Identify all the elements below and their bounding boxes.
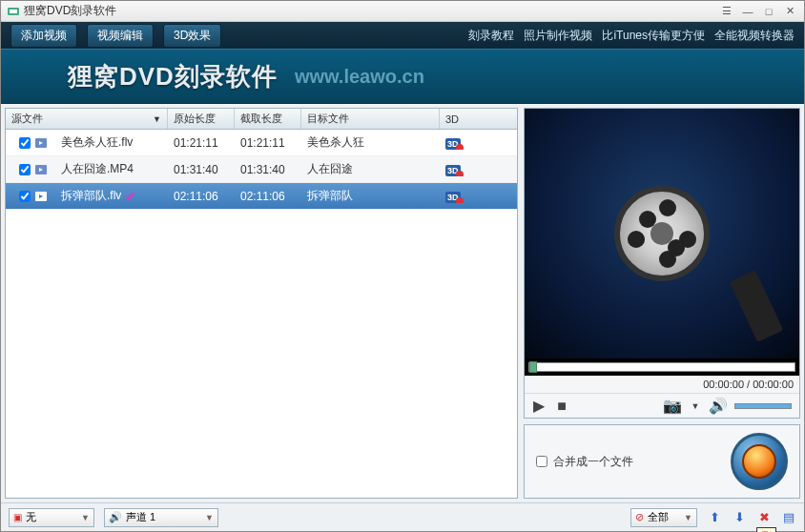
- camera-icon[interactable]: 📷: [666, 399, 679, 413]
- subtitle-icon: ▣: [13, 512, 22, 522]
- toplink-itunes[interactable]: 比iTunes传输更方便: [602, 28, 705, 44]
- audio-icon: 🔊: [109, 511, 122, 523]
- subtitle-combo[interactable]: ▣ 无▼: [9, 508, 94, 527]
- cell-3d[interactable]: 3D: [440, 163, 478, 176]
- apply-combo[interactable]: ⊘ 全部▼: [630, 508, 697, 527]
- progress-bar[interactable]: [528, 362, 795, 372]
- col-3d[interactable]: 3D: [440, 109, 478, 129]
- checkmark-icon: ✔: [125, 189, 136, 204]
- cell-target: 美色杀人狂: [301, 134, 440, 151]
- table-row[interactable]: 拆弹部队.flv✔02:11:0602:11:06拆弹部队3D: [6, 183, 517, 210]
- move-down-icon[interactable]: ⬇: [732, 510, 747, 525]
- cell-filename: 美色杀人狂.flv: [55, 134, 168, 151]
- play-icon[interactable]: ▶: [532, 399, 546, 413]
- volume-slider[interactable]: [734, 403, 792, 409]
- delete-icon[interactable]: ✖ 删除: [756, 510, 772, 525]
- col-cut-len[interactable]: 截取长度: [235, 109, 301, 129]
- cell-target: 拆弹部队: [301, 188, 440, 204]
- table-header: 源文件▼ 原始长度 截取长度 目标文件 3D: [6, 109, 517, 130]
- filmstrip-icon: [730, 270, 784, 342]
- app-logo-icon: [7, 5, 20, 18]
- bottom-bar: ▣ 无▼ 🔊 声道 1▼ ⊘ 全部▼ ⬆ ⬇ ✖ 删除 ▤: [1, 502, 804, 531]
- badge-3d-icon: 3D: [445, 138, 461, 150]
- menu-icon[interactable]: ☰: [718, 5, 735, 18]
- table-body: 美色杀人狂.flv01:21:1101:21:11美色杀人狂3D人在囧途.MP4…: [6, 130, 517, 498]
- action-panel: 合并成一个文件: [524, 424, 800, 499]
- merge-checkbox[interactable]: 合并成一个文件: [536, 454, 633, 470]
- toplink-tutorial[interactable]: 刻录教程: [468, 28, 514, 44]
- banner-url: www.leawo.cn: [295, 66, 424, 88]
- col-target[interactable]: 目标文件: [301, 109, 440, 129]
- cell-target: 人在囧途: [301, 161, 440, 177]
- cell-filename: 拆弹部队.flv✔: [55, 188, 168, 204]
- video-file-icon: [34, 190, 48, 203]
- cell-orig-len: 01:21:11: [168, 136, 235, 150]
- row-checkbox[interactable]: [19, 191, 31, 202]
- add-video-button[interactable]: 添加视频: [10, 24, 77, 48]
- volume-icon[interactable]: 🔊: [712, 399, 725, 413]
- video-file-icon: [34, 163, 48, 176]
- toolbar: 添加视频 视频编辑 3D效果 刻录教程 照片制作视频 比iTunes传输更方便 …: [1, 22, 804, 49]
- preview-panel: 00:00:00 / 00:00:00 ▶ ■ 📷 ▼ 🔊: [524, 108, 800, 419]
- svg-rect-1: [10, 10, 17, 13]
- preview-video[interactable]: [525, 109, 799, 358]
- banner: 狸窝DVD刻录软件 www.leawo.cn: [1, 49, 804, 104]
- clear-icon[interactable]: ▤: [781, 510, 796, 525]
- cell-orig-len: 01:31:40: [168, 163, 235, 176]
- cell-orig-len: 02:11:06: [168, 190, 235, 203]
- burn-flame-icon: [742, 444, 776, 479]
- minimize-icon[interactable]: —: [739, 5, 756, 18]
- row-checkbox[interactable]: [19, 137, 31, 149]
- table-row[interactable]: 人在囧途.MP401:31:4001:31:40人在囧途3D: [6, 156, 517, 183]
- window-title: 狸窝DVD刻录软件: [24, 3, 116, 19]
- time-display: 00:00:00 / 00:00:00: [703, 379, 794, 390]
- table-row[interactable]: 美色杀人狂.flv01:21:1101:21:11美色杀人狂3D: [6, 130, 517, 156]
- toplink-photo[interactable]: 照片制作视频: [524, 28, 592, 44]
- burn-button[interactable]: [731, 433, 788, 490]
- close-icon[interactable]: ✕: [781, 5, 798, 18]
- cell-filename: 人在囧途.MP4: [55, 161, 168, 177]
- camera-dropdown-icon[interactable]: ▼: [689, 399, 702, 413]
- toplink-converter[interactable]: 全能视频转换器: [714, 28, 795, 44]
- badge-3d-icon: 3D: [445, 192, 461, 203]
- video-file-icon: [34, 136, 48, 150]
- cell-cut-len: 01:31:40: [235, 163, 301, 176]
- player-controls: ▶ ■ 📷 ▼ 🔊: [525, 393, 799, 418]
- cell-cut-len: 02:11:06: [235, 190, 301, 203]
- move-up-icon[interactable]: ⬆: [707, 510, 722, 525]
- col-source[interactable]: 源文件▼: [6, 109, 168, 129]
- stop-icon[interactable]: ■: [555, 399, 568, 413]
- row-checkbox[interactable]: [19, 164, 31, 175]
- banner-title: 狸窝DVD刻录软件: [68, 60, 278, 93]
- col-orig-len[interactable]: 原始长度: [168, 109, 235, 129]
- delete-tooltip: 删除: [756, 527, 776, 533]
- audio-combo[interactable]: 🔊 声道 1▼: [104, 508, 218, 527]
- apply-icon: ⊘: [635, 511, 644, 523]
- effect-3d-button[interactable]: 3D效果: [163, 24, 221, 48]
- maximize-icon[interactable]: □: [760, 5, 777, 18]
- titlebar: 狸窝DVD刻录软件 ☰ — □ ✕: [1, 1, 804, 22]
- cell-cut-len: 01:21:11: [235, 136, 301, 150]
- badge-3d-icon: 3D: [445, 165, 461, 176]
- cell-3d[interactable]: 3D: [440, 136, 478, 150]
- video-edit-button[interactable]: 视频编辑: [87, 24, 154, 48]
- file-list-panel: 源文件▼ 原始长度 截取长度 目标文件 3D 美色杀人狂.flv01:21:11…: [5, 108, 518, 499]
- film-reel-icon: [614, 186, 710, 281]
- cell-3d[interactable]: 3D: [440, 190, 478, 203]
